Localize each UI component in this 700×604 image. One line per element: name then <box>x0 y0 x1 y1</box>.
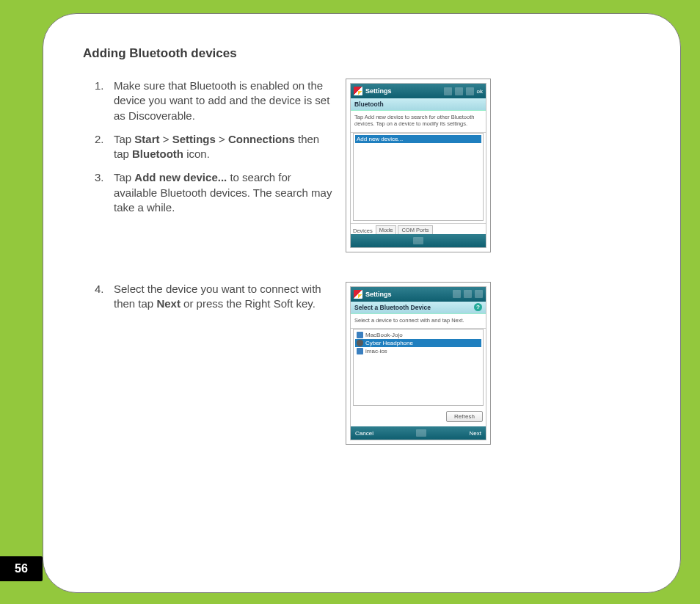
tab-com-ports: COM Ports <box>398 225 432 234</box>
step-2: Tap Start > Settings > Connections then … <box>114 132 332 162</box>
device-label: MacBook-Jojo <box>365 332 403 338</box>
button-row: Refresh <box>351 408 486 426</box>
wm-subheader: Select a Bluetooth Device ? <box>351 302 486 314</box>
signal-icon <box>444 87 452 95</box>
wm-title: Settings <box>365 291 450 298</box>
step-text: Tap <box>114 133 134 145</box>
keyboard-icon <box>416 429 426 437</box>
manual-page-card: Adding Bluetooth devices Make sure that … <box>43 13 681 593</box>
bold: Connections <box>228 133 295 145</box>
add-new-device-item: Add new device... <box>355 135 481 143</box>
sep: > <box>160 133 172 145</box>
sep: > <box>216 133 228 145</box>
refresh-button: Refresh <box>446 411 483 422</box>
device-label: imac-ice <box>365 348 387 354</box>
wm-titlebar: Settings ok <box>351 84 486 98</box>
device-item: imac-ice <box>355 347 481 355</box>
step-3: Tap Add new device... to search for avai… <box>114 170 332 215</box>
device-list: MacBook-Jojo Cyber Headphone imac-ice <box>353 329 484 406</box>
soft-key-left: Cancel <box>355 430 373 437</box>
wm-subheader-text: Select a Bluetooth Device <box>354 304 431 311</box>
device-item-selected: Cyber Headphone <box>355 339 481 347</box>
screenshot-bluetooth-settings: Settings ok Bluetooth Tap Add new device… <box>346 79 491 252</box>
bold: Next <box>156 297 181 310</box>
device-icon <box>357 348 363 354</box>
help-icon: ? <box>474 303 482 311</box>
page-number: 56 <box>0 556 43 581</box>
signal-icon <box>453 290 461 298</box>
wm-tabs: Devices Mode COM Ports <box>351 223 486 234</box>
wm-subheader: Bluetooth <box>351 98 486 111</box>
step-4: Select the device you want to connect wi… <box>114 282 332 312</box>
bold: Settings <box>172 133 216 145</box>
step-text: or press the Right Soft key. <box>181 297 316 310</box>
step-text: Tap <box>114 171 134 183</box>
item-label: Add new device... <box>357 136 403 142</box>
step-1: Make sure that Bluetooth is enabled on t… <box>114 79 332 123</box>
steps-col-1: Make sure that Bluetooth is enabled on t… <box>83 79 332 224</box>
device-label: Cyber Headphone <box>365 340 413 346</box>
headphone-icon <box>357 340 363 346</box>
wm-hint: Tap Add new device to search for other B… <box>351 111 486 133</box>
screenshot-select-device: Settings Select a Bluetooth Device ? Sel… <box>346 282 491 445</box>
instruction-block-1: Make sure that Bluetooth is enabled on t… <box>83 79 641 252</box>
device-list: Add new device... <box>353 133 484 221</box>
steps-col-2: Select the device you want to connect wi… <box>83 282 332 321</box>
wm-hint: Select a device to connect with and tap … <box>351 314 486 329</box>
wm-titlebar: Settings <box>351 287 486 302</box>
tab-mode: Mode <box>376 225 397 234</box>
wm-title: Settings <box>365 87 441 95</box>
wm-footer: Cancel Next <box>351 426 486 440</box>
section-heading: Adding Bluetooth devices <box>83 46 641 61</box>
ok-button: ok <box>477 88 483 95</box>
step-text: Make sure that Bluetooth is enabled on t… <box>114 79 329 122</box>
bold: Add new device... <box>134 171 227 183</box>
soft-key-right: Next <box>470 430 481 437</box>
wm-footer <box>351 234 486 247</box>
instruction-block-2: Select the device you want to connect wi… <box>83 282 641 445</box>
bold: Start <box>134 133 159 145</box>
tabs-label: Devices <box>353 228 373 234</box>
bold: Bluetooth <box>132 148 183 160</box>
device-item: MacBook-Jojo <box>355 331 481 339</box>
step-text: icon. <box>183 148 210 160</box>
start-icon <box>354 87 362 95</box>
volume-icon <box>466 87 474 95</box>
volume-icon <box>475 290 483 298</box>
device-icon <box>357 332 363 338</box>
start-icon <box>354 290 362 299</box>
wifi-icon <box>455 87 463 95</box>
wifi-icon <box>464 290 472 298</box>
keyboard-icon <box>413 237 423 244</box>
